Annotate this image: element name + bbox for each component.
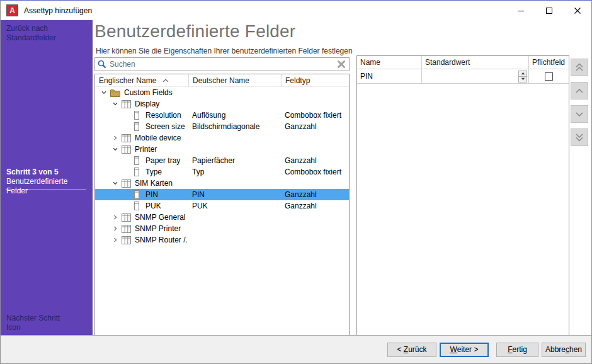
detail-cell-default-value[interactable] bbox=[421, 69, 528, 84]
tree-row-sim-karten[interactable]: SIM Karten bbox=[95, 178, 349, 189]
chevron-down-icon bbox=[575, 111, 584, 117]
app-logo-letter: A bbox=[9, 7, 15, 14]
tree-row-label: Screen size bbox=[145, 122, 185, 131]
spinner-up-icon[interactable] bbox=[519, 71, 527, 77]
next-step-title: Icon bbox=[6, 323, 88, 333]
move-up-button[interactable] bbox=[571, 82, 588, 100]
detail-column-label: Standardwert bbox=[425, 58, 470, 67]
detail-column-name: Name bbox=[357, 56, 421, 69]
sort-ascending-icon bbox=[162, 79, 169, 82]
search-box bbox=[94, 57, 350, 71]
tree-cell-type: Combobox fixiert bbox=[281, 168, 349, 176]
standardwert-spinner[interactable] bbox=[518, 71, 527, 82]
app-icon: A bbox=[6, 4, 18, 16]
close-icon bbox=[574, 8, 581, 14]
sidebar-divider bbox=[6, 190, 86, 190]
table-icon bbox=[122, 145, 131, 154]
tree-row-label: SNMP Router /... bbox=[135, 236, 188, 244]
tree-cell-type: Combobox fixiert bbox=[281, 111, 349, 120]
clear-x-icon bbox=[337, 60, 346, 69]
next-button[interactable]: Weiter > bbox=[440, 343, 489, 357]
wizard-sidebar: Zurück nach Standardfelder Schritt 3 von… bbox=[1, 20, 93, 336]
tree-row-resolution[interactable]: Resolution Auflösung Combobox fixiert bbox=[95, 110, 349, 121]
column-header-german-name[interactable]: Deutscher Name bbox=[188, 74, 281, 87]
sidebar-current-step: Schritt 3 von 5 Benutzerdefinierte Felde… bbox=[6, 168, 88, 196]
tree-header: Englischer Name Deutscher Name Feldtyp bbox=[95, 74, 349, 87]
minimize-button[interactable] bbox=[506, 1, 535, 20]
detail-column-default-value: Standardwert bbox=[421, 56, 528, 69]
table-icon bbox=[122, 213, 131, 222]
tree-row-screen-size[interactable]: Screen size Bildschirmdiagonale Ganzzahl bbox=[95, 121, 349, 132]
pflichtfeld-checkbox[interactable] bbox=[545, 72, 553, 81]
tree-row-label: SNMP General bbox=[135, 213, 185, 222]
tree-row-printer[interactable]: Printer bbox=[95, 144, 349, 155]
detail-cell-name: PIN bbox=[357, 69, 421, 84]
field-properties-panel: Name Standardwert Pflichtfeld PIN bbox=[356, 55, 569, 336]
detail-column-required: Pflichtfeld bbox=[528, 56, 569, 69]
tree-row-label: PIN bbox=[145, 190, 158, 199]
tree-row-snmp-router[interactable]: SNMP Router /... bbox=[95, 234, 349, 246]
tree-row-label: SIM Karten bbox=[135, 179, 173, 188]
maximize-button[interactable] bbox=[535, 1, 563, 20]
move-to-bottom-button[interactable] bbox=[571, 128, 588, 146]
chevron-down-icon[interactable] bbox=[111, 179, 119, 187]
sidebar-next-step-label: Nächster Schritt Icon bbox=[6, 314, 88, 333]
clear-search-button[interactable] bbox=[337, 60, 346, 69]
double-chevron-up-icon bbox=[575, 63, 584, 72]
tree-row-snmp-general[interactable]: SNMP General bbox=[95, 212, 349, 223]
folder-icon bbox=[110, 89, 120, 97]
cancel-button[interactable]: Abbrechen bbox=[542, 343, 586, 357]
sidebar-previous-step-label: Zurück nach Standardfelder bbox=[6, 24, 88, 43]
minimize-icon bbox=[518, 8, 524, 14]
tree-row-display[interactable]: Display bbox=[95, 98, 349, 110]
chevron-right-icon[interactable] bbox=[111, 236, 119, 244]
tree-row-paper-tray[interactable]: Paper tray Papierfächer Ganzzahl bbox=[95, 155, 349, 166]
tree-row-label: Type bbox=[145, 168, 162, 176]
detail-row-pin[interactable]: PIN bbox=[357, 69, 569, 84]
column-header-label: Feldtyp bbox=[285, 76, 310, 85]
window-controls bbox=[506, 1, 591, 20]
field-icon bbox=[134, 111, 139, 120]
page-subtitle: Hier können Sie die Eigenschaften Ihrer … bbox=[96, 47, 353, 55]
field-icon bbox=[134, 156, 139, 165]
column-header-fieldtype[interactable]: Feldtyp bbox=[281, 74, 349, 87]
chevron-down-icon[interactable] bbox=[100, 89, 108, 96]
finish-button[interactable]: Fertig bbox=[496, 343, 538, 357]
chevron-right-icon[interactable] bbox=[111, 213, 119, 221]
tree-cell-type: Ganzzahl bbox=[281, 122, 349, 131]
tree-row-pin-selected[interactable]: PIN PIN Ganzzahl bbox=[95, 189, 349, 200]
chevron-down-icon[interactable] bbox=[111, 100, 119, 108]
title-bar: A Assettyp hinzufügen bbox=[1, 1, 591, 20]
tree-cell-type: Ganzzahl bbox=[281, 156, 349, 165]
tree-row-label: SNMP Printer bbox=[135, 224, 181, 233]
tree-row-label: Custom Fields bbox=[124, 88, 173, 97]
content-area: Benutzerdefinierte Felder Hier können Si… bbox=[93, 20, 591, 336]
tree-row-mobile-device[interactable]: Mobile device bbox=[95, 132, 349, 144]
chevron-right-icon[interactable] bbox=[111, 225, 119, 232]
dialog-window: A Assettyp hinzufügen Zurück nach Standa… bbox=[0, 0, 592, 364]
tree-row-type[interactable]: Type Typ Combobox fixiert bbox=[95, 166, 349, 178]
close-button[interactable] bbox=[563, 1, 591, 20]
next-step-label: Nächster Schritt bbox=[6, 314, 88, 323]
move-to-top-button[interactable] bbox=[571, 59, 588, 76]
field-icon bbox=[134, 122, 139, 131]
search-input[interactable] bbox=[110, 60, 337, 69]
detail-column-label: Name bbox=[360, 58, 380, 67]
back-button[interactable]: < Zurück bbox=[387, 343, 436, 357]
page-title: Benutzerdefinierte Felder bbox=[94, 21, 295, 42]
move-down-button[interactable] bbox=[571, 105, 588, 123]
chevron-right-icon[interactable] bbox=[111, 134, 119, 142]
tree-row-label: Resolution bbox=[145, 111, 181, 120]
tree-row-puk[interactable]: PUK PUK Ganzzahl bbox=[95, 200, 349, 212]
step-counter: Schritt 3 von 5 bbox=[6, 168, 88, 177]
field-icon bbox=[134, 202, 139, 210]
tree-row-custom-fields[interactable]: Custom Fields bbox=[95, 87, 349, 98]
column-header-english-name[interactable]: Englischer Name bbox=[95, 74, 188, 87]
table-icon bbox=[122, 225, 131, 233]
chevron-down-icon[interactable] bbox=[111, 145, 119, 153]
maximize-icon bbox=[546, 8, 552, 14]
tree-row-snmp-printer[interactable]: SNMP Printer bbox=[95, 223, 349, 234]
spinner-down-icon[interactable] bbox=[519, 77, 527, 82]
table-icon bbox=[122, 134, 131, 142]
column-header-label: Englischer Name bbox=[99, 76, 156, 85]
